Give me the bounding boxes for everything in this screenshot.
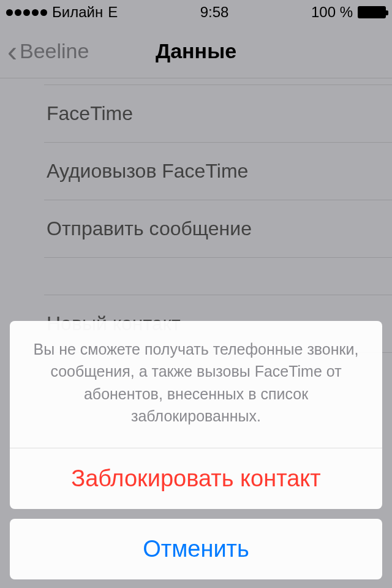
signal-strength-icon bbox=[6, 9, 47, 16]
status-time: 9:58 bbox=[200, 4, 229, 21]
action-sheet-cancel-group: Отменить bbox=[10, 519, 382, 579]
status-right: 100 % bbox=[311, 4, 386, 21]
battery-icon bbox=[358, 6, 386, 18]
section-separator bbox=[0, 258, 392, 295]
content-list: FaceTime Аудиовызов FaceTime Отправить с… bbox=[0, 78, 392, 353]
carrier-label: Билайн bbox=[52, 4, 103, 21]
status-left: Билайн E bbox=[6, 4, 118, 21]
action-sheet-main: Вы не сможете получать телефонные звонки… bbox=[10, 321, 382, 509]
screen: Билайн E 9:58 100 % ‹ Beeline Данные Fac… bbox=[0, 0, 392, 588]
chevron-left-icon: ‹ bbox=[7, 37, 17, 66]
battery-percentage: 100 % bbox=[311, 4, 353, 21]
list-item-send-message[interactable]: Отправить сообщение bbox=[44, 200, 392, 258]
status-bar: Билайн E 9:58 100 % bbox=[0, 0, 392, 24]
action-sheet: Вы не сможете получать телефонные звонки… bbox=[10, 321, 382, 579]
cancel-button[interactable]: Отменить bbox=[10, 519, 382, 579]
network-type-label: E bbox=[108, 4, 118, 21]
action-sheet-message: Вы не сможете получать телефонные звонки… bbox=[10, 321, 382, 448]
back-button[interactable]: ‹ Beeline bbox=[0, 37, 89, 66]
back-label: Beeline bbox=[20, 39, 89, 63]
list-item-facetime-audio[interactable]: Аудиовызов FaceTime bbox=[44, 143, 392, 200]
nav-bar: ‹ Beeline Данные bbox=[0, 24, 392, 78]
list-item-facetime[interactable]: FaceTime bbox=[44, 85, 392, 143]
block-contact-button[interactable]: Заблокировать контакт bbox=[10, 448, 382, 509]
